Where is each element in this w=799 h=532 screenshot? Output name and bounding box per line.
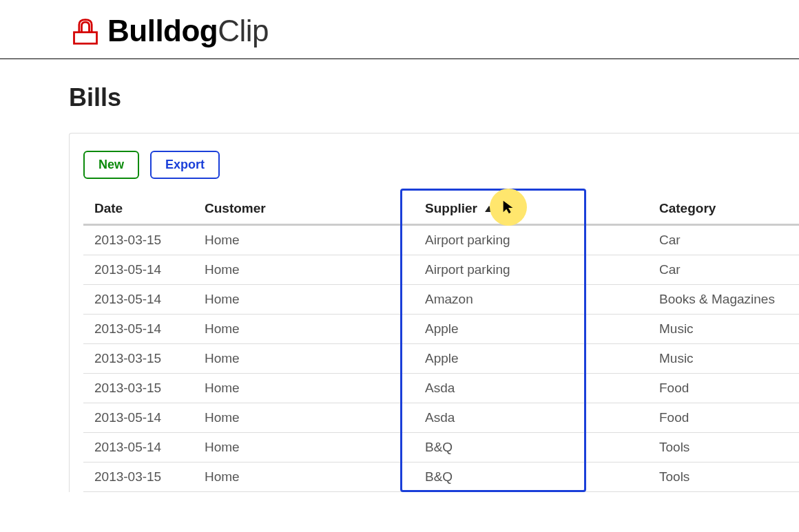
- toolbar: New Export: [83, 151, 799, 179]
- cell-category: Music: [648, 314, 799, 343]
- new-button[interactable]: New: [83, 151, 139, 179]
- cell-date: 2013-03-15: [83, 462, 194, 491]
- cell-customer: Home: [194, 432, 414, 462]
- cell-category: Books & Magazines: [648, 284, 799, 314]
- cell-supplier: B&Q: [414, 462, 648, 491]
- table-row[interactable]: 2013-05-14HomeAppleMusic: [83, 314, 799, 343]
- cell-date: 2013-03-15: [83, 224, 194, 255]
- table-row[interactable]: 2013-03-15HomeAsdaFood: [83, 373, 799, 403]
- cell-date: 2013-05-14: [83, 255, 194, 284]
- cell-supplier: Amazon: [414, 284, 648, 314]
- cell-supplier: Asda: [414, 373, 648, 403]
- cell-customer: Home: [194, 224, 414, 255]
- cell-customer: Home: [194, 284, 414, 314]
- cell-customer: Home: [194, 373, 414, 403]
- table-row[interactable]: 2013-05-14HomeAsdaFood: [83, 403, 799, 432]
- cell-date: 2013-05-14: [83, 403, 194, 432]
- table-row[interactable]: 2013-05-14HomeB&QTools: [83, 432, 799, 462]
- cell-supplier: Apple: [414, 314, 648, 343]
- column-header-supplier[interactable]: Supplier: [414, 193, 648, 224]
- table-row[interactable]: 2013-05-14HomeAirport parkingCar: [83, 255, 799, 284]
- cell-supplier: Asda: [414, 403, 648, 432]
- cell-category: Car: [648, 255, 799, 284]
- cell-customer: Home: [194, 255, 414, 284]
- cell-supplier: B&Q: [414, 432, 648, 462]
- export-button[interactable]: Export: [150, 151, 220, 179]
- app-header: BulldogClip: [0, 0, 799, 59]
- cell-supplier: Airport parking: [414, 255, 648, 284]
- bills-card: New Export Date Customer Supplier Catego…: [69, 133, 799, 492]
- column-header-category-label: Category: [659, 201, 716, 215]
- bills-table: Date Customer Supplier Category 2013-03-…: [83, 193, 799, 492]
- table-row[interactable]: 2013-03-15HomeB&QTools: [83, 462, 799, 491]
- column-header-date-label: Date: [94, 201, 123, 215]
- cell-customer: Home: [194, 314, 414, 343]
- cell-date: 2013-05-14: [83, 284, 194, 314]
- cell-category: Tools: [648, 432, 799, 462]
- cell-date: 2013-05-14: [83, 432, 194, 462]
- cell-category: Music: [648, 343, 799, 373]
- cell-date: 2013-03-15: [83, 343, 194, 373]
- table-row[interactable]: 2013-05-14HomeAmazonBooks & Magazines: [83, 284, 799, 314]
- bulldog-clip-logo-icon: [69, 14, 102, 47]
- cell-supplier: Airport parking: [414, 224, 648, 255]
- cell-supplier: Apple: [414, 343, 648, 373]
- column-header-customer-label: Customer: [205, 201, 266, 215]
- cell-date: 2013-05-14: [83, 314, 194, 343]
- table-row[interactable]: 2013-03-15HomeAppleMusic: [83, 343, 799, 373]
- sort-asc-icon: [484, 202, 495, 217]
- cell-category: Tools: [648, 462, 799, 491]
- page-title: Bills: [69, 83, 765, 112]
- column-header-date[interactable]: Date: [83, 193, 194, 224]
- cell-customer: Home: [194, 343, 414, 373]
- cell-category: Car: [648, 224, 799, 255]
- column-header-category[interactable]: Category: [648, 193, 799, 224]
- cell-customer: Home: [194, 462, 414, 491]
- cell-category: Food: [648, 403, 799, 432]
- cell-category: Food: [648, 373, 799, 403]
- logo-bold: Bulldog: [107, 14, 218, 47]
- table-container: Date Customer Supplier Category 2013-03-…: [83, 193, 799, 492]
- logo-light: Clip: [218, 14, 269, 47]
- app-logo-text: BulldogClip: [107, 14, 269, 48]
- cell-customer: Home: [194, 403, 414, 432]
- cell-date: 2013-03-15: [83, 373, 194, 403]
- column-header-supplier-label: Supplier: [425, 201, 477, 215]
- svg-rect-0: [74, 32, 97, 43]
- table-row[interactable]: 2013-03-15HomeAirport parkingCar: [83, 224, 799, 255]
- column-header-customer[interactable]: Customer: [194, 193, 414, 224]
